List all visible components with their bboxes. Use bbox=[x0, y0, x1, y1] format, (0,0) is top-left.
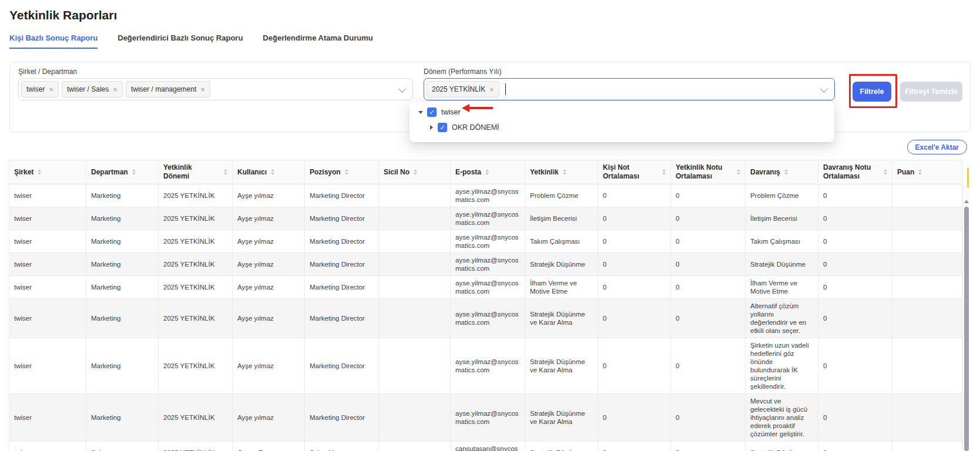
tag-remove-icon[interactable]: × bbox=[200, 86, 205, 93]
page: Yetkinlik Raporları Kişi Bazlı Sonuç Rap… bbox=[0, 0, 980, 451]
table-scrollbar[interactable] bbox=[962, 186, 970, 451]
period-select[interactable]: 2025 YETKİNLİK× bbox=[424, 78, 835, 100]
scrollbar-thumb[interactable] bbox=[964, 207, 969, 451]
period-select-tags: 2025 YETKİNLİK× bbox=[427, 81, 499, 97]
table-cell: twiser bbox=[9, 394, 86, 442]
text-cursor bbox=[505, 83, 506, 95]
tag-remove-icon[interactable]: × bbox=[489, 86, 494, 93]
table-cell: Cansu Taşan bbox=[233, 442, 305, 451]
table-cell: twiser bbox=[9, 207, 86, 230]
table-cell: 0 bbox=[818, 184, 892, 207]
sort-icon[interactable] bbox=[345, 169, 348, 175]
filter-button[interactable]: Filtrele bbox=[853, 82, 891, 102]
column-header[interactable]: Pozisyon bbox=[305, 160, 379, 184]
column-header[interactable]: Davranış bbox=[746, 160, 818, 184]
table-row: twiserMarketing2025 YETKİNLİKAyşe yılmaz… bbox=[9, 184, 962, 207]
tag-label: twiser / management bbox=[131, 85, 196, 93]
table-cell: twiser bbox=[9, 299, 86, 338]
table-cell: 2025 YETKİNLİK bbox=[159, 276, 233, 299]
table-cell: Ayşe yılmaz bbox=[233, 253, 305, 276]
tag-remove-icon[interactable]: × bbox=[113, 86, 118, 93]
tree-item-label[interactable]: twiser bbox=[441, 108, 461, 116]
company-select[interactable]: twiser×twiser / Sales×twiser / managemen… bbox=[18, 78, 413, 100]
table-cell: 0 bbox=[671, 299, 746, 338]
tree-item: ✓twiser bbox=[410, 105, 834, 120]
table-cell: 2025 YETKİNLİK bbox=[159, 442, 233, 451]
column-header[interactable]: Kişi Not Ortalaması bbox=[598, 160, 671, 184]
table-cell: ayse.yilmaz@snycosmatics.com bbox=[451, 207, 525, 230]
column-header[interactable]: Sicil No bbox=[379, 160, 451, 184]
sort-icon[interactable] bbox=[884, 169, 887, 175]
table-cell: 0 bbox=[818, 394, 892, 442]
sort-icon[interactable] bbox=[662, 169, 666, 175]
chevron-down-icon[interactable] bbox=[398, 85, 406, 93]
company-filter-label: Şirket / Departman bbox=[18, 68, 77, 76]
sort-icon[interactable] bbox=[132, 169, 136, 175]
column-label: Yetkinlik Notu Ortalaması bbox=[676, 163, 733, 181]
column-header[interactable]: Yetkinlik Notu Ortalaması bbox=[671, 160, 746, 184]
table-row: twiserSales2025 YETKİNLİKCansu TaşanSale… bbox=[9, 442, 962, 451]
sort-icon[interactable] bbox=[485, 169, 489, 175]
sort-icon[interactable] bbox=[414, 169, 417, 175]
column-header[interactable]: Puan bbox=[892, 160, 962, 184]
filter-tag: 2025 YETKİNLİK× bbox=[427, 81, 499, 97]
period-dropdown: ✓twiser✓OKR DÖNEMİ bbox=[410, 102, 834, 142]
caret-down-icon[interactable] bbox=[415, 111, 426, 114]
table-cell: Takım Çalışması bbox=[525, 230, 598, 253]
column-header[interactable]: Şirket bbox=[9, 160, 86, 184]
column-label: Pozisyon bbox=[310, 168, 341, 177]
table-cell: Stratejik Düşünme ve Karar Alma bbox=[525, 338, 598, 394]
sort-icon[interactable] bbox=[784, 169, 788, 175]
table-cell: ayse.yilmaz@snycosmatics.com bbox=[451, 230, 525, 253]
table-cell: 0 bbox=[598, 442, 671, 451]
table-cell bbox=[379, 253, 451, 276]
checkbox-checked[interactable]: ✓ bbox=[438, 123, 447, 132]
column-header[interactable]: Yetkinlik Dönemi bbox=[159, 160, 233, 184]
table-row: twiserMarketing2025 YETKİNLİKAyşe yılmaz… bbox=[9, 230, 962, 253]
table-cell: twiser bbox=[9, 230, 86, 253]
column-header[interactable]: Departman bbox=[86, 160, 159, 184]
sort-icon[interactable] bbox=[737, 169, 740, 175]
table-cell: Ayşe yılmaz bbox=[233, 230, 305, 253]
table-cell: 0 bbox=[671, 338, 746, 394]
table-cell: 2025 YETKİNLİK bbox=[159, 394, 233, 442]
column-label: Kişi Not Ortalaması bbox=[603, 163, 658, 181]
table-cell: İlham Verme ve Motive Etme bbox=[525, 276, 598, 299]
table-cell: Stratejik Düşünme bbox=[746, 253, 818, 276]
table-cell: Ayşe yılmaz bbox=[233, 394, 305, 442]
chevron-down-icon[interactable] bbox=[820, 85, 828, 93]
column-label: Kullanıcı bbox=[237, 168, 267, 177]
table-cell bbox=[379, 276, 451, 299]
checkbox-checked[interactable]: ✓ bbox=[427, 107, 437, 117]
tree-item: ✓OKR DÖNEMİ bbox=[410, 120, 834, 135]
tab-bar: Kişi Bazlı Sonuç RaporuDeğerlendirici Ba… bbox=[9, 33, 373, 49]
sort-icon[interactable] bbox=[563, 169, 566, 175]
tab-3[interactable]: Değerlendirme Atama Durumu bbox=[263, 33, 372, 49]
tree-item-label[interactable]: OKR DÖNEMİ bbox=[452, 123, 499, 132]
column-header[interactable]: Yetkinlik bbox=[525, 160, 598, 184]
caret-right-icon[interactable] bbox=[426, 125, 437, 130]
table-cell: 0 bbox=[598, 394, 671, 442]
table-cell: Sales bbox=[86, 442, 159, 451]
table-cell: Marketing bbox=[86, 230, 159, 253]
export-excel-button[interactable]: Excel'e Aktar bbox=[907, 140, 967, 154]
table-cell: ayse.yilmaz@snycosmatics.com bbox=[451, 299, 525, 338]
sort-icon[interactable] bbox=[38, 169, 41, 175]
table-cell: Stratejik Düşünme bbox=[525, 253, 598, 276]
table-cell: 0 bbox=[598, 207, 671, 230]
table-cell: 0 bbox=[818, 276, 892, 299]
sort-icon[interactable] bbox=[918, 169, 922, 175]
column-header[interactable]: Kullanıcı bbox=[233, 160, 305, 184]
sort-icon[interactable] bbox=[271, 169, 274, 175]
table-cell bbox=[892, 230, 962, 253]
tab-2[interactable]: Değerlendirici Bazlı Sonuç Raporu bbox=[118, 33, 243, 49]
scroll-up-icon[interactable] bbox=[964, 200, 969, 203]
sort-icon[interactable] bbox=[224, 169, 227, 175]
column-header[interactable]: Davranış Notu Ortalaması bbox=[818, 160, 892, 184]
clear-filter-button[interactable]: Filtreyi Temizle bbox=[900, 82, 962, 102]
tab-1[interactable]: Kişi Bazlı Sonuç Raporu bbox=[9, 33, 98, 49]
column-header[interactable]: E-posta bbox=[451, 160, 525, 184]
tag-label: twiser / Sales bbox=[67, 85, 109, 93]
tag-remove-icon[interactable]: × bbox=[49, 86, 53, 93]
column-label: E-posta bbox=[455, 168, 481, 177]
